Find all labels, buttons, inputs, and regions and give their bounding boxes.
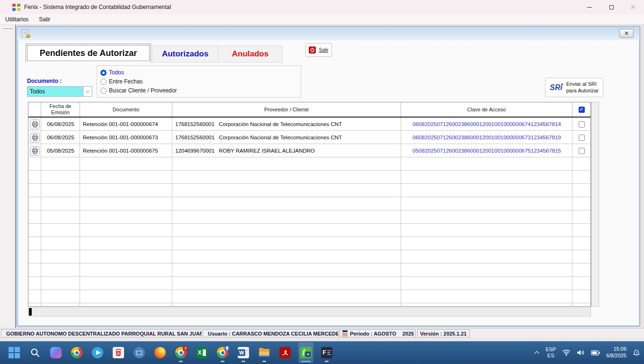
row-documento: Retención 001-001-000000673 [80, 131, 172, 144]
volume-icon[interactable] [577, 349, 585, 356]
chrome-icon: J [175, 347, 187, 358]
window-title: Fenix - Sistema Integrado de Contabilida… [24, 4, 171, 10]
taskbar: J X W f ✕ [0, 341, 644, 364]
chevron-down-icon[interactable] [83, 87, 92, 96]
header-clave: Clave de Acceso [401, 102, 572, 117]
table-header: Fecha de Emisión Documento Proveedor / C… [28, 102, 590, 118]
documents-table: Fecha de Emisión Documento Proveedor / C… [28, 102, 591, 307]
horizontal-scrollbar[interactable] [28, 307, 591, 317]
acrobat-icon [279, 347, 291, 358]
windows-start-icon [9, 347, 20, 358]
document-coins-icon [22, 29, 31, 38]
recycle-bin-icon [113, 347, 124, 358]
row-checkbox[interactable] [579, 135, 585, 141]
chrome-icon [71, 347, 82, 358]
tab-anulados[interactable]: Anulados [218, 46, 283, 63]
taskbar-fsign[interactable]: F [319, 342, 334, 363]
header-fecha: Fecha de Emisión [41, 102, 80, 117]
radio-todos-dot[interactable] [100, 70, 107, 76]
taskbar-fenix-active[interactable]: f ✕ [298, 342, 313, 363]
system-tray: ESPES 15:066/8/2025 z [535, 341, 640, 364]
taskbar-search[interactable] [27, 342, 43, 363]
table-row[interactable]: 06/08/2025 Retención 001-001-000000674 1… [28, 118, 590, 131]
radio-entre-fechas[interactable]: Entre Fechas [100, 78, 143, 85]
documento-select[interactable]: Todos [27, 86, 92, 97]
table-body: 06/08/2025 Retención 001-001-000000674 1… [28, 118, 590, 306]
child-close-button[interactable]: ✕ [619, 29, 634, 38]
row-proveedor-nombre: Corporación Nacional de Telecomunicacion… [219, 121, 342, 127]
side-toolbar-strip [0, 25, 16, 328]
profile-person-badge [224, 346, 230, 351]
battery-icon[interactable] [591, 350, 600, 355]
chrome-icon [217, 347, 228, 358]
radio-buscar-cliente[interactable]: Buscar Cliente / Proveedor [100, 87, 177, 94]
row-checkbox[interactable] [579, 121, 585, 127]
menu-item[interactable]: Salir [34, 14, 55, 24]
taskbar-firefox[interactable] [152, 342, 168, 363]
language-indicator[interactable]: ESPES [546, 346, 556, 359]
fsign-icon: F [321, 347, 332, 358]
clock[interactable]: 15:066/8/2025 [606, 346, 626, 359]
copilot-icon [50, 347, 62, 358]
radio-entre-fechas-label: Entre Fechas [109, 78, 143, 85]
taskbar-acrobat[interactable] [277, 342, 293, 363]
tab-autorizados[interactable]: Autorizados [152, 46, 218, 63]
app-icon [12, 4, 20, 11]
record-position-marker [29, 308, 32, 316]
enviar-sri-button[interactable]: SRi Enviar al SRIpara Autorizar [545, 78, 603, 97]
salir-button[interactable]: Salir [305, 43, 332, 57]
table-row[interactable]: 05/08/2025 Retención 001-001-000000675 1… [28, 144, 590, 157]
fenix-icon: f ✕ [300, 347, 312, 358]
maximize-button[interactable] [600, 0, 622, 14]
taskbar-copilot[interactable] [48, 342, 63, 363]
remote-desktop-icon [134, 347, 145, 358]
filter-radio-group: Todos Entre Fechas Buscar Cliente / Prov… [97, 65, 301, 98]
documento-select-value: Todos [27, 88, 83, 95]
row-fecha: 05/08/2025 [41, 144, 80, 157]
taskbar-excel[interactable]: X [194, 342, 209, 363]
taskbar-recycle-app[interactable] [111, 342, 126, 363]
menu-item[interactable]: Utilitarios [0, 14, 34, 24]
header-select-all [572, 102, 590, 117]
statusbar-entity: GOBIERNO AUTONOMO DESCENTRALIZADO PARROQ… [1, 329, 202, 337]
start-button[interactable] [7, 342, 22, 363]
telegram-icon [92, 347, 103, 358]
table-row[interactable]: 06/08/2025 Retención 001-001-000000673 1… [28, 131, 590, 144]
radio-buscar-cliente-dot[interactable] [100, 88, 107, 94]
taskbar-chrome-profile-2[interactable] [215, 342, 230, 363]
statusbar-usuario: Usuario : CARRASCO MENDOZA CECILIA MERCE… [203, 329, 339, 337]
taskbar-telegram[interactable] [90, 342, 105, 363]
taskbar-chrome-profile-j[interactable]: J [173, 342, 188, 363]
taskbar-remote-desktop[interactable] [132, 342, 147, 363]
taskbar-file-explorer[interactable] [257, 342, 272, 363]
child-body: Pendientes de Autorizar Autorizados Anul… [18, 40, 639, 325]
search-icon [30, 347, 40, 358]
tab-pendientes-de-autorizar[interactable]: Pendientes de Autorizar [26, 44, 151, 63]
close-button[interactable]: ✕ [622, 0, 644, 14]
radio-entre-fechas-dot[interactable] [100, 79, 107, 85]
print-button[interactable] [30, 133, 40, 143]
wifi-icon[interactable] [562, 349, 571, 356]
statusbar-periodo: 31 Periodo : AGOSTO 2025 [340, 329, 416, 337]
vertical-scrollbar[interactable] [591, 102, 599, 307]
row-checkbox[interactable] [579, 148, 585, 154]
statusbar-version: Versión : 2025.1.21 [417, 329, 470, 337]
notification-bell-icon[interactable]: z [633, 349, 640, 356]
window-bottom-edge [0, 338, 644, 341]
documento-label: Documento : [27, 78, 62, 84]
row-proveedor: 1768152560001 Corporación Nacional de Te… [172, 118, 401, 131]
print-button[interactable] [30, 146, 40, 156]
print-button[interactable] [30, 119, 40, 129]
row-ruc: 1204699670001 [175, 148, 215, 154]
taskbar-chrome[interactable] [69, 342, 84, 363]
row-clave-acceso: 0608202507126002386000120010010000006741… [401, 118, 572, 131]
select-all-checkbox[interactable] [579, 107, 585, 113]
calendar-icon: 31 [342, 330, 348, 337]
taskbar-word[interactable]: W [236, 342, 251, 363]
tray-expand-icon[interactable] [535, 350, 539, 355]
minimize-button[interactable] [579, 0, 600, 14]
row-clave-acceso: 0508202507126002386000120010010000006751… [401, 144, 572, 157]
row-fecha: 06/08/2025 [41, 131, 80, 144]
radio-todos[interactable]: Todos [100, 69, 124, 76]
toolbar-handle[interactable] [3, 27, 12, 29]
